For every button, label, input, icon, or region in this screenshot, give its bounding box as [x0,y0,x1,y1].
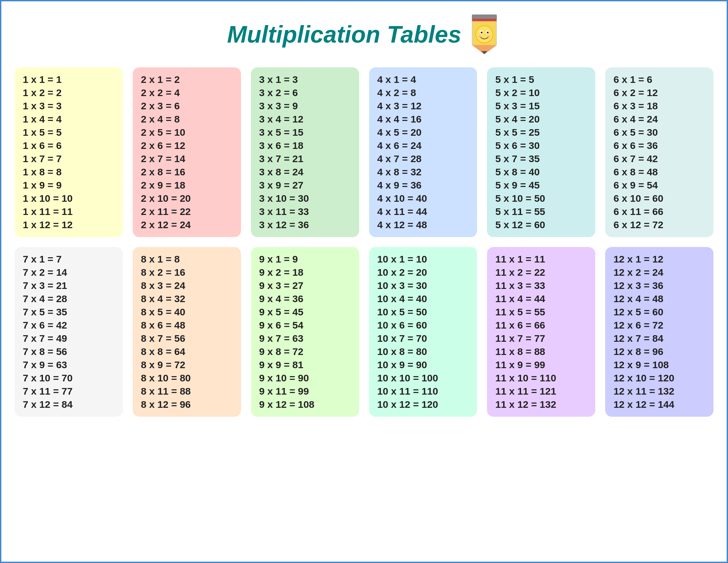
table-row: 10 x 5 = 50 [377,306,469,318]
table-row: 11 x 4 = 44 [495,293,587,304]
table-row: 7 x 3 = 21 [23,280,115,291]
table-row: 6 x 12 = 72 [613,219,705,230]
table-row: 3 x 3 = 9 [259,100,351,112]
table-row: 9 x 10 = 90 [259,372,351,384]
table-row: 2 x 9 = 18 [141,180,233,191]
table-row: 10 x 4 = 40 [377,293,469,304]
table-row: 3 x 11 = 33 [259,206,351,217]
page-title: Multiplication Tables [227,21,461,48]
table-row: 8 x 5 = 40 [141,306,233,318]
table-row: 8 x 3 = 24 [141,280,233,291]
table-card-12: 12 x 1 = 1212 x 2 = 2412 x 3 = 3612 x 4 … [605,247,713,417]
table-row: 1 x 3 = 3 [23,100,115,112]
table-row: 5 x 12 = 60 [495,219,587,230]
table-row: 7 x 8 = 56 [23,346,115,357]
table-row: 3 x 10 = 30 [259,193,351,204]
table-row: 1 x 8 = 8 [23,166,115,178]
table-row: 9 x 2 = 18 [259,267,351,278]
table-row: 6 x 6 = 36 [613,140,705,151]
table-row: 5 x 7 = 35 [495,153,587,164]
table-row: 4 x 7 = 28 [377,153,469,164]
table-row: 1 x 4 = 4 [23,114,115,125]
table-row: 4 x 8 = 32 [377,166,469,178]
table-card-4: 4 x 1 = 44 x 2 = 84 x 3 = 124 x 4 = 164 … [369,67,477,237]
table-card-1: 1 x 1 = 11 x 2 = 21 x 3 = 31 x 4 = 41 x … [15,67,123,237]
table-row: 8 x 12 = 96 [141,399,233,410]
table-row: 10 x 3 = 30 [377,280,469,291]
table-row: 11 x 7 = 77 [495,333,587,344]
table-row: 3 x 8 = 24 [259,166,351,178]
table-row: 12 x 1 = 12 [613,254,705,265]
table-row: 5 x 10 = 50 [495,193,587,204]
table-row: 11 x 2 = 22 [495,267,587,278]
table-row: 2 x 6 = 12 [141,140,233,151]
table-row: 12 x 7 = 84 [613,333,705,344]
table-row: 4 x 12 = 48 [377,219,469,230]
table-row: 1 x 9 = 9 [23,180,115,191]
table-card-2: 2 x 1 = 22 x 2 = 42 x 3 = 62 x 4 = 82 x … [133,67,241,237]
table-card-10: 10 x 1 = 1010 x 2 = 2010 x 3 = 3010 x 4 … [369,247,477,417]
table-row: 9 x 7 = 63 [259,333,351,344]
table-row: 10 x 12 = 120 [377,399,469,410]
table-row: 12 x 3 = 36 [613,280,705,291]
page-header: Multiplication Tables [8,8,720,57]
table-row: 8 x 11 = 88 [141,386,233,397]
table-card-7: 7 x 1 = 77 x 2 = 147 x 3 = 217 x 4 = 287… [15,247,123,417]
table-row: 6 x 5 = 30 [613,127,705,138]
table-row: 12 x 5 = 60 [613,306,705,318]
table-row: 3 x 1 = 3 [259,74,351,85]
table-row: 11 x 1 = 11 [495,254,587,265]
table-row: 11 x 8 = 88 [495,346,587,357]
table-row: 6 x 2 = 12 [613,87,705,98]
table-row: 4 x 1 = 4 [377,74,469,85]
table-row: 4 x 11 = 44 [377,206,469,217]
table-row: 7 x 5 = 35 [23,306,115,318]
table-row: 9 x 8 = 72 [259,346,351,357]
table-row: 8 x 4 = 32 [141,293,233,304]
svg-rect-4 [472,19,497,21]
table-row: 12 x 12 = 144 [613,399,705,410]
table-row: 12 x 2 = 24 [613,267,705,278]
table-row: 8 x 6 = 48 [141,320,233,331]
table-row: 7 x 11 = 77 [23,386,115,397]
table-row: 11 x 9 = 99 [495,359,587,370]
pencil-icon [468,15,501,54]
table-row: 8 x 1 = 8 [141,254,233,265]
table-row: 3 x 2 = 6 [259,87,351,98]
table-row: 9 x 1 = 9 [259,254,351,265]
table-row: 5 x 5 = 25 [495,127,587,138]
table-row: 2 x 12 = 24 [141,219,233,230]
table-row: 2 x 2 = 4 [141,87,233,98]
table-row: 3 x 4 = 12 [259,114,351,125]
table-row: 11 x 10 = 110 [495,372,587,384]
table-row: 6 x 8 = 48 [613,166,705,178]
table-row: 2 x 1 = 2 [141,74,233,85]
table-row: 5 x 1 = 5 [495,74,587,85]
table-row: 9 x 3 = 27 [259,280,351,291]
table-row: 4 x 10 = 40 [377,193,469,204]
table-row: 3 x 9 = 27 [259,180,351,191]
table-row: 2 x 7 = 14 [141,153,233,164]
table-card-11: 11 x 1 = 1111 x 2 = 2211 x 3 = 3311 x 4 … [487,247,595,417]
table-row: 1 x 7 = 7 [23,153,115,164]
table-row: 8 x 2 = 16 [141,267,233,278]
table-row: 4 x 3 = 12 [377,100,469,112]
table-row: 7 x 1 = 7 [23,254,115,265]
table-row: 6 x 7 = 42 [613,153,705,164]
table-row: 10 x 10 = 100 [377,372,469,384]
table-card-3: 3 x 1 = 33 x 2 = 63 x 3 = 93 x 4 = 123 x… [251,67,359,237]
table-row: 8 x 8 = 64 [141,346,233,357]
table-row: 4 x 5 = 20 [377,127,469,138]
table-row: 10 x 8 = 80 [377,346,469,357]
tables-grid: 1 x 1 = 11 x 2 = 21 x 3 = 31 x 4 = 41 x … [8,57,720,423]
table-row: 6 x 3 = 18 [613,100,705,112]
table-row: 5 x 3 = 15 [495,100,587,112]
table-row: 10 x 11 = 110 [377,386,469,397]
svg-point-9 [487,32,489,34]
table-row: 11 x 5 = 55 [495,306,587,318]
table-row: 10 x 2 = 20 [377,267,469,278]
table-row: 10 x 6 = 60 [377,320,469,331]
table-row: 3 x 7 = 21 [259,153,351,164]
table-row: 2 x 10 = 20 [141,193,233,204]
table-row: 2 x 5 = 10 [141,127,233,138]
